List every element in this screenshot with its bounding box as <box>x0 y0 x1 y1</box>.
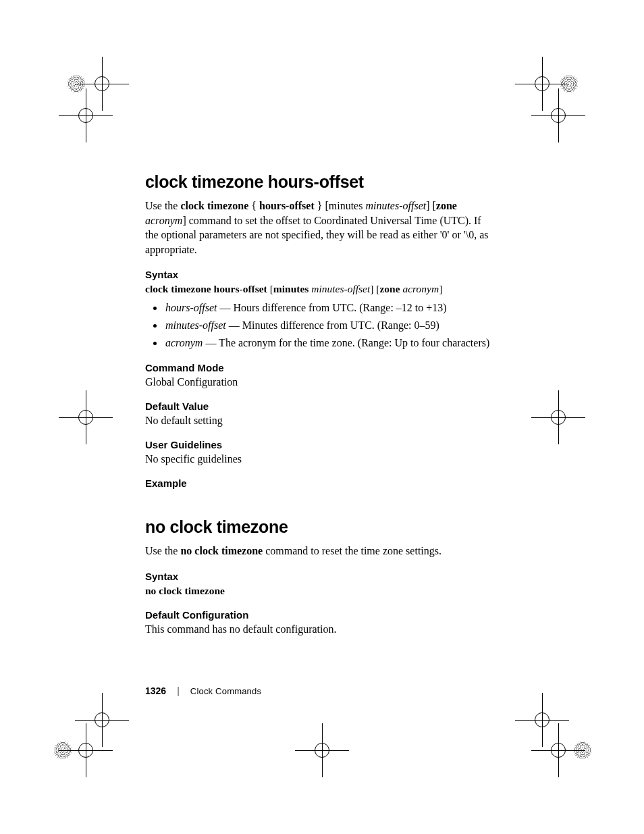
crop-mark-icon <box>315 743 329 758</box>
command-intro: Use the clock timezone { hours-offset } … <box>145 199 496 257</box>
syntax-line: no clock timezone <box>145 585 496 597</box>
crop-mark-icon <box>78 743 93 758</box>
halftone-dot-icon <box>560 75 578 93</box>
syntax-params-list: hours-offset — Hours difference from UTC… <box>145 301 496 350</box>
syntax-heading: Syntax <box>145 269 496 280</box>
param-item: hours-offset — Hours difference from UTC… <box>164 301 496 315</box>
crop-mark-icon <box>551 108 566 123</box>
crop-mark-icon <box>535 76 549 91</box>
crop-mark-icon <box>95 712 109 727</box>
command-title: clock timezone hours-offset <box>145 172 496 192</box>
page-number: 1326 <box>145 685 166 696</box>
command-intro: Use the no clock timezone command to res… <box>145 544 496 558</box>
footer-separator: | <box>177 685 180 696</box>
param-item: acronym — The acronym for the time zone.… <box>164 336 496 350</box>
default-config-body: This command has no default configuratio… <box>145 623 496 635</box>
user-guidelines-body: No specific guidelines <box>145 453 496 465</box>
crop-mark-icon <box>535 712 549 727</box>
default-value-body: No default setting <box>145 415 496 427</box>
chapter-name: Clock Commands <box>190 686 261 696</box>
halftone-dot-icon <box>54 741 72 759</box>
page-content: clock timezone hours-offset Use the cloc… <box>145 172 496 648</box>
default-value-heading: Default Value <box>145 400 496 412</box>
halftone-dot-icon <box>68 75 85 93</box>
halftone-dot-icon <box>574 741 591 759</box>
default-config-heading: Default Configuration <box>145 609 496 621</box>
command-mode-heading: Command Mode <box>145 362 496 373</box>
crop-mark-icon <box>551 743 566 758</box>
command-title: no clock timezone <box>145 517 496 537</box>
param-item: minutes-offset — Minutes difference from… <box>164 318 496 333</box>
page-footer: 1326 | Clock Commands <box>145 685 261 696</box>
user-guidelines-heading: User Guidelines <box>145 439 496 450</box>
command-mode-body: Global Configuration <box>145 376 496 388</box>
crop-mark-icon <box>78 108 93 123</box>
crop-mark-icon <box>551 410 566 425</box>
example-heading: Example <box>145 477 496 489</box>
crop-mark-icon <box>78 410 93 425</box>
syntax-heading: Syntax <box>145 571 496 582</box>
syntax-line: clock timezone hours-offset [minutes min… <box>145 283 496 295</box>
crop-mark-icon <box>95 76 109 91</box>
